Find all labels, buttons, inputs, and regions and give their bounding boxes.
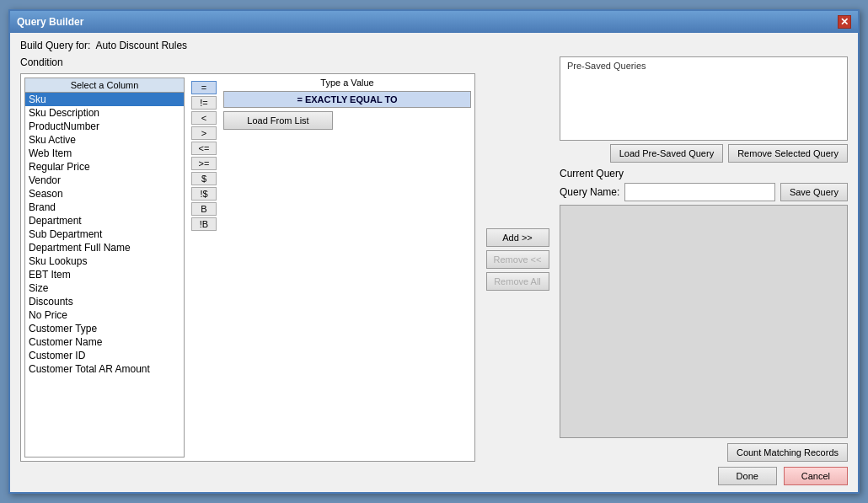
build-query-row: Build Query for: Auto Discount Rules bbox=[20, 40, 848, 51]
presaved-box: Pre-Saved Queries bbox=[560, 56, 848, 141]
title-bar: Query Builder ✕ bbox=[10, 11, 858, 33]
column-select-header: Select a Column bbox=[24, 78, 185, 92]
operator-item[interactable]: !$ bbox=[191, 187, 217, 201]
operator-item[interactable]: !B bbox=[191, 217, 217, 231]
list-item[interactable]: EBT Item bbox=[25, 268, 184, 281]
list-item[interactable]: Department bbox=[25, 214, 184, 227]
right-panel-bottom: Count Matching Records bbox=[560, 443, 848, 462]
list-item[interactable]: ProductNumber bbox=[25, 120, 184, 133]
list-item[interactable]: Vendor bbox=[25, 174, 184, 187]
list-item[interactable]: Discounts bbox=[25, 295, 184, 308]
condition-box: Select a Column SkuSku DescriptionProduc… bbox=[20, 73, 475, 462]
main-area: Condition Select a Column SkuSku Descrip… bbox=[20, 56, 848, 462]
list-item[interactable]: Customer Total AR Amount bbox=[25, 362, 184, 376]
list-item[interactable]: Department Full Name bbox=[25, 241, 184, 254]
cancel-button[interactable]: Cancel bbox=[784, 467, 848, 485]
operator-item[interactable]: = bbox=[191, 81, 217, 94]
list-item[interactable]: Brand bbox=[25, 201, 184, 214]
operators-container: =!=<><=>=$!$B!B bbox=[191, 78, 217, 458]
list-item[interactable]: Sku Lookups bbox=[25, 254, 184, 268]
left-panel: Condition Select a Column SkuSku Descrip… bbox=[20, 56, 475, 462]
add-remove-panel: Add >> Remove << Remove All bbox=[484, 56, 551, 462]
right-panel: Pre-Saved Queries Load Pre-Saved Query R… bbox=[560, 56, 848, 462]
query-display-area bbox=[560, 205, 848, 438]
remove-all-button[interactable]: Remove All bbox=[486, 272, 549, 291]
query-name-input[interactable] bbox=[624, 183, 775, 201]
save-query-button[interactable]: Save Query bbox=[780, 183, 848, 201]
add-button[interactable]: Add >> bbox=[486, 228, 549, 247]
load-presaved-button[interactable]: Load Pre-Saved Query bbox=[610, 144, 724, 163]
operator-item[interactable]: $ bbox=[191, 172, 217, 185]
list-item[interactable]: Sub Department bbox=[25, 227, 184, 241]
current-query-section: Current Query Query Name: Save Query bbox=[560, 168, 848, 438]
type-a-value-label: Type a Value bbox=[223, 78, 471, 88]
presaved-section: Pre-Saved Queries Load Pre-Saved Query R… bbox=[560, 56, 848, 163]
presaved-label: Pre-Saved Queries bbox=[564, 59, 844, 72]
count-matching-records-button[interactable]: Count Matching Records bbox=[727, 443, 848, 462]
condition-label: Condition bbox=[20, 56, 475, 68]
load-from-list-button[interactable]: Load From List bbox=[223, 111, 333, 130]
operator-item[interactable]: < bbox=[191, 111, 217, 125]
list-item[interactable]: No Price bbox=[25, 308, 184, 322]
remove-selected-query-button[interactable]: Remove Selected Query bbox=[728, 144, 848, 163]
list-item[interactable]: Customer Name bbox=[25, 335, 184, 349]
list-item[interactable]: Customer ID bbox=[25, 349, 184, 362]
dialog-content: Build Query for: Auto Discount Rules Con… bbox=[10, 33, 858, 492]
operator-item[interactable]: >= bbox=[191, 157, 217, 170]
current-query-label: Current Query bbox=[560, 168, 848, 179]
value-panel: Type a Value = EXACTLY EQUAL TO Load Fro… bbox=[223, 78, 471, 458]
column-list[interactable]: SkuSku DescriptionProductNumberSku Activ… bbox=[24, 92, 185, 458]
query-name-row: Query Name: Save Query bbox=[560, 183, 848, 201]
done-button[interactable]: Done bbox=[718, 467, 777, 485]
operator-item[interactable]: != bbox=[191, 96, 217, 110]
query-name-label: Query Name: bbox=[560, 186, 619, 198]
list-item[interactable]: Season bbox=[25, 187, 184, 201]
footer-row: Done Cancel bbox=[20, 467, 848, 485]
build-query-value: Auto Discount Rules bbox=[95, 40, 187, 51]
build-query-label: Build Query for: bbox=[20, 40, 90, 51]
presaved-btn-row: Load Pre-Saved Query Remove Selected Que… bbox=[560, 144, 848, 163]
list-item[interactable]: Sku Description bbox=[25, 106, 184, 120]
query-builder-dialog: Query Builder ✕ Build Query for: Auto Di… bbox=[8, 9, 860, 494]
list-item[interactable]: Regular Price bbox=[25, 160, 184, 174]
list-item[interactable]: Sku Active bbox=[25, 133, 184, 147]
operator-item[interactable]: > bbox=[191, 126, 217, 140]
list-item[interactable]: Customer Type bbox=[25, 322, 184, 335]
list-item[interactable]: Size bbox=[25, 281, 184, 295]
operator-display: = EXACTLY EQUAL TO bbox=[223, 91, 471, 108]
operator-item[interactable]: B bbox=[191, 202, 217, 216]
remove-button[interactable]: Remove << bbox=[486, 250, 549, 269]
list-item[interactable]: Sku bbox=[25, 93, 184, 106]
column-select-container: Select a Column SkuSku DescriptionProduc… bbox=[24, 78, 185, 458]
close-button[interactable]: ✕ bbox=[838, 15, 851, 29]
dialog-title: Query Builder bbox=[17, 16, 83, 28]
operator-item[interactable]: <= bbox=[191, 142, 217, 155]
list-item[interactable]: Web Item bbox=[25, 147, 184, 160]
